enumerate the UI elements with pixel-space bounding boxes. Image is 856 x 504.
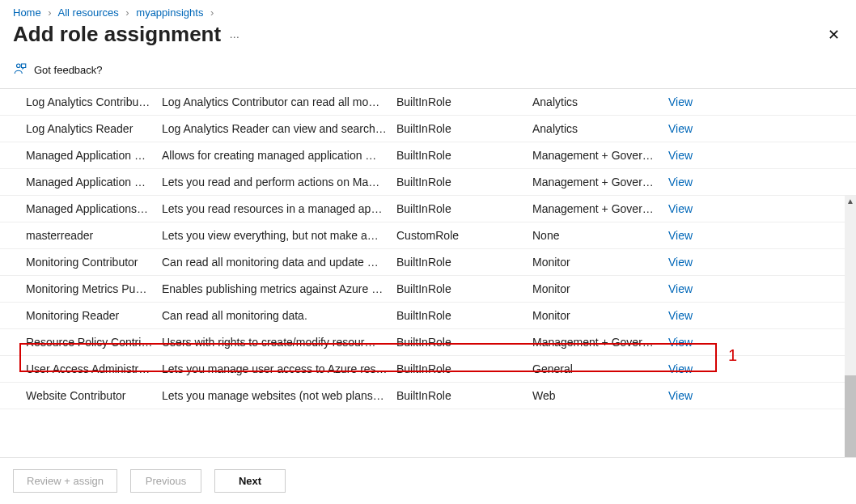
role-description: Lets you view everything, but not make a…: [162, 229, 396, 242]
role-description: Lets you read and perform actions on Ma…: [162, 176, 396, 188]
role-description: Lets you read resources in a managed ap…: [162, 202, 396, 215]
page-title: Add role assignment: [13, 22, 221, 47]
role-type: CustomRole: [396, 229, 532, 242]
table-row[interactable]: Managed Application …Allows for creating…: [0, 142, 856, 169]
role-type: BuiltInRole: [396, 362, 532, 375]
view-link[interactable]: View: [668, 309, 693, 322]
role-category: Management + Gover…: [532, 149, 668, 162]
view-link[interactable]: View: [668, 362, 693, 375]
feedback-link[interactable]: Got feedback?: [0, 57, 856, 88]
role-type: BuiltInRole: [396, 202, 532, 215]
breadcrumb-home[interactable]: Home: [13, 6, 41, 19]
view-link[interactable]: View: [668, 336, 693, 349]
feedback-icon: [13, 61, 28, 78]
role-category: Management + Gover…: [532, 202, 668, 215]
role-name: Log Analytics Reader: [26, 122, 162, 135]
table-row[interactable]: Log Analytics Contribu…Log Analytics Con…: [0, 89, 856, 116]
role-name: Monitoring Reader: [26, 309, 162, 322]
role-name: Managed Application …: [26, 149, 162, 162]
footer-buttons: Review + assign Previous Next: [0, 457, 856, 504]
role-description: Enables publishing metrics against Azure…: [162, 282, 396, 295]
role-name: Monitoring Contributor: [26, 256, 162, 269]
role-category: Monitor: [532, 256, 668, 269]
view-link[interactable]: View: [668, 95, 693, 108]
view-link[interactable]: View: [668, 149, 693, 162]
scrollbar-thumb[interactable]: [845, 375, 856, 464]
view-link[interactable]: View: [668, 282, 693, 295]
role-type: BuiltInRole: [396, 309, 532, 322]
role-type: BuiltInRole: [396, 95, 532, 108]
breadcrumb-allresources[interactable]: All resources: [58, 6, 119, 19]
chevron-right-icon: ›: [48, 6, 51, 19]
feedback-label: Got feedback?: [34, 64, 103, 76]
view-link[interactable]: View: [668, 256, 693, 269]
view-link[interactable]: View: [668, 122, 693, 135]
table-row[interactable]: Website ContributorLets you manage websi…: [0, 383, 856, 409]
role-description: Log Analytics Contributor can read all m…: [162, 95, 396, 108]
role-category: Monitor: [532, 282, 668, 295]
role-category: Management + Gover…: [532, 176, 668, 188]
role-description: Can read all monitoring data and update …: [162, 256, 396, 269]
role-name: masterreader: [26, 229, 162, 242]
chevron-right-icon: ›: [210, 6, 214, 19]
role-type: BuiltInRole: [396, 176, 532, 188]
table-row[interactable]: Monitoring ReaderCan read all monitoring…: [0, 303, 856, 329]
role-name: User Access Administr…: [26, 362, 162, 375]
role-name: Managed Application …: [26, 176, 162, 188]
previous-button: Previous: [130, 469, 201, 493]
svg-point-0: [17, 64, 21, 68]
close-icon[interactable]: ✕: [824, 23, 843, 47]
table-row[interactable]: Monitoring ContributorCan read all monit…: [0, 249, 856, 276]
role-category: General: [532, 362, 668, 375]
table-row[interactable]: Log Analytics ReaderLog Analytics Reader…: [0, 116, 856, 142]
role-type: BuiltInRole: [396, 336, 532, 349]
role-description: Allows for creating managed application …: [162, 149, 396, 162]
view-link[interactable]: View: [668, 229, 693, 242]
role-category: Analytics: [532, 122, 668, 135]
review-assign-button: Review + assign: [13, 469, 117, 493]
role-description: Can read all monitoring data.: [162, 309, 396, 322]
role-description: Lets you manage websites (not web plans…: [162, 389, 396, 402]
more-icon[interactable]: …: [229, 28, 241, 40]
role-description: Lets you manage user access to Azure res…: [162, 362, 396, 375]
role-category: Management + Gover…: [532, 336, 668, 349]
role-category: None: [532, 229, 668, 242]
breadcrumb: Home › All resources › myappinsights ›: [0, 0, 856, 22]
table-row[interactable]: Managed Applications…Lets you read resou…: [0, 196, 856, 222]
table-row[interactable]: Managed Application …Lets you read and p…: [0, 169, 856, 196]
role-type: BuiltInRole: [396, 256, 532, 269]
role-name: Monitoring Metrics Pu…: [26, 282, 162, 295]
role-name: Managed Applications…: [26, 202, 162, 215]
annotation-label-1: 1: [728, 346, 737, 365]
view-link[interactable]: View: [668, 202, 693, 215]
role-type: BuiltInRole: [396, 122, 532, 135]
role-name: Resource Policy Contri…: [26, 336, 162, 349]
role-category: Web: [532, 389, 668, 402]
role-category: Analytics: [532, 95, 668, 108]
role-name: Log Analytics Contribu…: [26, 95, 162, 108]
breadcrumb-app[interactable]: myappinsights: [136, 6, 203, 19]
role-type: BuiltInRole: [396, 149, 532, 162]
view-link[interactable]: View: [668, 389, 693, 402]
table-row[interactable]: masterreaderLets you view everything, bu…: [0, 222, 856, 249]
role-type: BuiltInRole: [396, 282, 532, 295]
role-description: Log Analytics Reader can view and search…: [162, 122, 396, 135]
role-category: Monitor: [532, 309, 668, 322]
chevron-right-icon: ›: [125, 6, 129, 19]
next-button[interactable]: Next: [214, 469, 286, 493]
table-row[interactable]: Monitoring Metrics Pu…Enables publishing…: [0, 276, 856, 303]
role-name: Website Contributor: [26, 389, 162, 402]
scroll-up-icon[interactable]: ▲: [845, 196, 856, 207]
view-link[interactable]: View: [668, 176, 693, 188]
role-description: Users with rights to create/modify resou…: [162, 336, 396, 349]
role-type: BuiltInRole: [396, 389, 532, 402]
